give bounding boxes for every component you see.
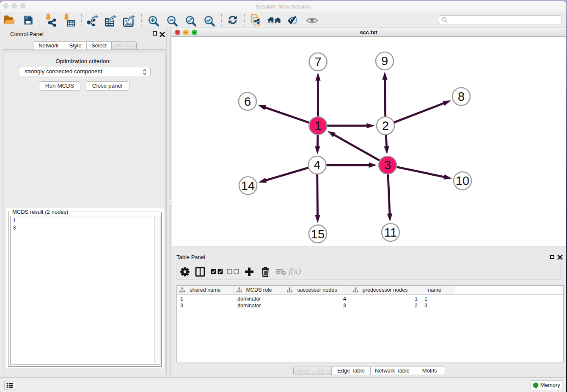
svg-text:6: 6 (244, 95, 251, 108)
svg-text:4: 4 (314, 158, 320, 172)
svg-text:7: 7 (314, 55, 321, 69)
svg-text:9: 9 (381, 54, 388, 68)
svg-text:2: 2 (382, 119, 389, 133)
svg-text:1: 1 (314, 119, 321, 133)
svg-text:3: 3 (384, 158, 391, 172)
svg-text:8: 8 (458, 90, 465, 103)
svg-text:10: 10 (456, 174, 469, 188)
svg-text:14: 14 (241, 179, 255, 193)
svg-text:11: 11 (384, 226, 397, 239)
svg-text:15: 15 (311, 227, 325, 241)
